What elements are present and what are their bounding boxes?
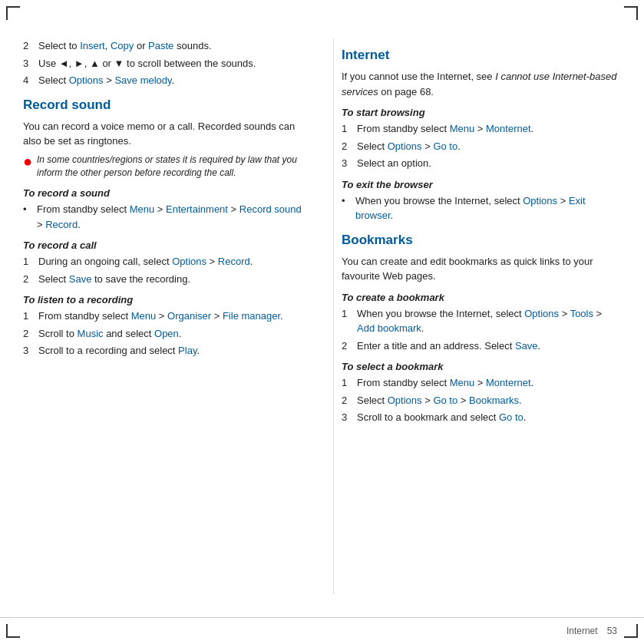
list-item: 2 Select Save to save the recording. (23, 272, 302, 287)
list-number: 2 (342, 139, 354, 154)
subheading-select-bookmark: To select a bookmark (342, 361, 621, 372)
link-monternet: Monternet (486, 377, 531, 388)
list-item: 2 Select Options > Go to. (342, 139, 621, 154)
note-text: In some countries/regions or states it i… (37, 154, 302, 180)
list-number: 2 (342, 393, 354, 408)
list-number: 3 (23, 56, 35, 71)
list-item: 3 Scroll to a recording and select Play. (23, 343, 302, 358)
list-text: During an ongoing call, select Options >… (38, 254, 253, 269)
list-item: • When you browse the Internet, select O… (342, 193, 621, 223)
list-text: Select an option. (357, 156, 431, 171)
bullet-icon: • (342, 193, 352, 209)
link-save: Save (515, 340, 538, 352)
link-options: Options (524, 308, 559, 319)
list-item: • From standby select Menu > Entertainme… (23, 202, 302, 232)
link-options: Options (172, 256, 206, 267)
link-menu: Menu (450, 123, 475, 134)
link-tools: Tools (570, 308, 593, 319)
list-text: Use ◄, ►, ▲ or ▼ to scroll between the s… (38, 56, 256, 71)
list-item: 3 Use ◄, ►, ▲ or ▼ to scroll between the… (23, 56, 302, 71)
link-go-to: Go to (433, 395, 457, 406)
subheading-record-sound: To record a sound (23, 187, 302, 199)
note-item: ● In some countries/regions or states it… (23, 154, 302, 180)
right-column: Internet If you cannot use the Internet,… (333, 38, 621, 594)
link-options: Options (523, 195, 557, 206)
list-number: 2 (342, 339, 354, 354)
link-add-bookmark: Add bookmark (357, 322, 421, 334)
list-text: From standby select Menu > Monternet. (357, 375, 533, 391)
link-paste: Paste (148, 40, 173, 51)
link-file-manager: File manager (223, 310, 280, 322)
subheading-create-bookmark: To create a bookmark (342, 292, 621, 303)
link-organiser: Organiser (167, 310, 211, 322)
list-item: 3 Scroll to a bookmark and select Go to. (342, 410, 621, 425)
list-text: From standby select Menu > Entertainment… (37, 202, 302, 232)
list-number: 2 (23, 326, 35, 342)
list-text: When you browse the Internet, select Opt… (357, 306, 621, 336)
section-heading-internet: Internet (342, 48, 621, 63)
page: 2 Select to Insert, Copy or Paste sounds… (0, 0, 644, 644)
italic-text: I cannot use Internet-based services (342, 71, 616, 97)
list-item: 2 Select to Insert, Copy or Paste sounds… (23, 38, 302, 54)
subheading-start-browsing: To start browsing (342, 107, 621, 118)
list-number: 1 (342, 121, 354, 137)
link-copy: Copy (111, 40, 134, 51)
list-item: 1 From standby select Menu > Monternet. (342, 121, 621, 137)
list-text: Select Options > Save melody. (38, 73, 174, 88)
link-options: Options (69, 74, 104, 86)
internet-intro: If you cannot use the Internet, see I ca… (342, 69, 621, 99)
list-item: 1 During an ongoing call, select Options… (23, 254, 302, 269)
link-play: Play (178, 345, 197, 356)
list-text: When you browse the Internet, select Opt… (355, 193, 621, 223)
subheading-exit-browser: To exit the browser (342, 179, 621, 190)
link-bookmarks: Bookmarks (469, 395, 519, 406)
list-text: Select Options > Go to. (357, 139, 461, 154)
section-heading-record-sound: Record sound (23, 97, 302, 113)
link-menu: Menu (131, 310, 157, 322)
list-item: 2 Scroll to Music and select Open. (23, 326, 302, 342)
link-go-to-final: Go to (499, 411, 523, 423)
list-number: 3 (342, 156, 354, 171)
list-number: 2 (23, 38, 35, 54)
section-heading-bookmarks: Bookmarks (342, 233, 621, 248)
link-menu: Menu (450, 377, 475, 388)
list-number: 1 (23, 309, 35, 324)
list-item: 1 When you browse the Internet, select O… (342, 306, 621, 336)
link-options: Options (388, 395, 422, 406)
list-number: 1 (342, 375, 354, 391)
list-text: Select Options > Go to > Bookmarks. (357, 393, 522, 408)
corner-mark-br (624, 624, 638, 638)
list-item: 1 From standby select Menu > Organiser >… (23, 309, 302, 324)
link-save-melody: Save melody (114, 74, 171, 86)
corner-mark-tr (624, 6, 638, 20)
list-number: 2 (23, 272, 35, 287)
link-entertainment: Entertainment (166, 203, 228, 215)
list-text: From standby select Menu > Monternet. (357, 121, 533, 137)
footer: Internet 53 (0, 617, 644, 644)
footer-page-number: 53 (607, 626, 617, 636)
list-number: 3 (23, 343, 35, 358)
list-text: Scroll to a recording and select Play. (38, 343, 200, 358)
link-record-sound: Record sound (239, 203, 302, 215)
list-number: 4 (23, 73, 35, 88)
list-item: 1 From standby select Menu > Monternet. (342, 375, 621, 391)
corner-mark-tl (6, 6, 20, 20)
list-number: 1 (23, 254, 35, 269)
list-text: Select to Insert, Copy or Paste sounds. (38, 38, 212, 54)
list-item: 2 Enter a title and an address. Select S… (342, 339, 621, 354)
list-text: Enter a title and an address. Select Sav… (357, 339, 540, 354)
section-intro-record: You can record a voice memo or a call. R… (23, 119, 302, 149)
link-save: Save (69, 273, 92, 285)
bullet-icon: • (23, 202, 34, 217)
link-menu: Menu (130, 203, 155, 215)
link-open: Open (154, 328, 179, 339)
link-go-to: Go to (433, 140, 457, 152)
link-insert: Insert (80, 40, 105, 51)
link-options: Options (388, 140, 422, 152)
list-number: 3 (342, 410, 354, 425)
link-monternet: Monternet (486, 123, 531, 134)
left-column: 2 Select to Insert, Copy or Paste sounds… (23, 38, 310, 594)
link-music: Music (78, 328, 104, 339)
link-record: Record (45, 219, 78, 230)
content-area: 2 Select to Insert, Copy or Paste sounds… (0, 0, 644, 617)
